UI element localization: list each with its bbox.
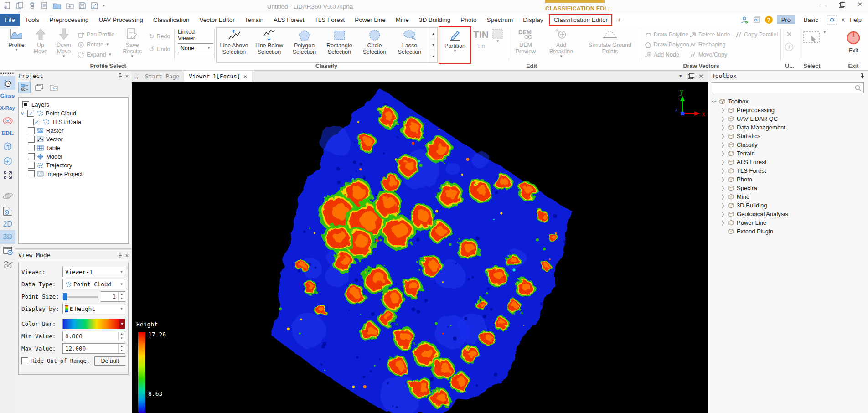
- tab-display[interactable]: Display: [518, 14, 548, 26]
- tree-row-trajectory[interactable]: Trajectory: [20, 161, 127, 170]
- save-results-button[interactable]: Save Results ▼: [119, 28, 145, 58]
- image-stack-icon[interactable]: [753, 16, 761, 24]
- raster-checkbox[interactable]: [28, 127, 35, 134]
- trajectory-checkbox[interactable]: [28, 162, 35, 169]
- close-viewer-icon[interactable]: ✕: [698, 73, 703, 80]
- toolbox-item-photo[interactable]: ❭Photo: [712, 175, 864, 184]
- tree-row-raster[interactable]: Raster: [20, 126, 127, 135]
- viewer-select[interactable]: Viewer-1▼: [62, 267, 125, 277]
- default-button[interactable]: Default: [94, 356, 125, 366]
- chevron-right-icon[interactable]: ❭: [720, 176, 725, 182]
- toolbox-item-spectra[interactable]: ❭Spectra: [712, 184, 864, 192]
- glass-mode-button[interactable]: Glass: [0, 90, 15, 102]
- toolbox-item-mine[interactable]: ❭Mine: [712, 192, 864, 201]
- tree-row-layers[interactable]: Layers: [20, 100, 127, 109]
- tab-classification-editor[interactable]: Classification Editor: [549, 14, 612, 26]
- tin-selection-button[interactable]: ▼: [490, 28, 506, 43]
- scroll-more-button[interactable]: ▼: [429, 51, 437, 62]
- restore-button[interactable]: [839, 3, 844, 8]
- toolbox-item-geological-analysis[interactable]: ❭Geological Analysis: [712, 210, 864, 218]
- license-pro-button[interactable]: Pro: [777, 15, 795, 24]
- tab-terrain[interactable]: Terrain: [240, 14, 269, 26]
- copy-parallel-button[interactable]: Copy Parallel: [735, 30, 778, 40]
- edl-mode-button[interactable]: EDL: [0, 127, 15, 139]
- close-panel-icon[interactable]: ✕: [125, 252, 129, 258]
- clear-selection-icon[interactable]: ✕: [786, 31, 792, 38]
- partition-button[interactable]: Partition ▼: [439, 26, 471, 64]
- tab-list-dropdown-icon[interactable]: ▼: [678, 74, 682, 78]
- draw-polygon-button[interactable]: Draw Polygon: [645, 40, 689, 50]
- toolbox-item-preprocessing[interactable]: ❭Preprocessing: [712, 106, 864, 114]
- help-button[interactable]: Help: [849, 16, 862, 23]
- data-type-select[interactable]: Point Cloud▼: [62, 279, 125, 289]
- pan-profile-button[interactable]: Pan Profile: [78, 30, 114, 40]
- view-2d-button[interactable]: 2D: [0, 218, 15, 230]
- chevron-right-icon[interactable]: ❭: [720, 107, 725, 113]
- lasso-selection-button[interactable]: Lasso Selection: [392, 28, 427, 62]
- collapse-icon[interactable]: ∨: [20, 110, 25, 116]
- rotate-button[interactable]: Rotate▼: [78, 40, 114, 50]
- down-move-button[interactable]: Down Move ▼: [52, 28, 76, 58]
- restore-viewer-icon[interactable]: [688, 74, 693, 79]
- tab-tls-forest[interactable]: TLS Forest: [310, 14, 350, 26]
- delete-node-button[interactable]: Delete Node: [689, 30, 730, 40]
- chevron-right-icon[interactable]: ❭: [720, 159, 725, 165]
- tabbar-drag-handle[interactable]: ⁞⁞: [132, 76, 140, 82]
- display-by-select[interactable]: E Height▼: [62, 304, 125, 314]
- draw-polyline-button[interactable]: Draw Polyline: [645, 30, 689, 40]
- toolbox-search-input[interactable]: [712, 82, 864, 93]
- pin-icon[interactable]: [860, 73, 865, 79]
- spin-up-icon[interactable]: ▲: [119, 292, 125, 297]
- toolbox-item-extend-plugin[interactable]: Extend Plugin: [712, 227, 864, 236]
- save-icon[interactable]: [78, 2, 86, 10]
- close-tab-icon[interactable]: ✕: [243, 73, 247, 80]
- toolbox-root[interactable]: ❭ Toolbox: [712, 97, 864, 106]
- settings-gear-icon[interactable]: ⚙: [827, 15, 837, 25]
- user-account-icon[interactable]: [740, 16, 749, 24]
- point-cloud-checkbox[interactable]: ✓: [27, 110, 34, 117]
- open-folder-icon[interactable]: [53, 2, 61, 10]
- tab-mine[interactable]: Mine: [391, 14, 414, 26]
- spin-up-icon[interactable]: ▲: [119, 332, 125, 336]
- chevron-right-icon[interactable]: ❭: [720, 168, 725, 174]
- statistics-folder-button[interactable]: [47, 82, 60, 93]
- tab-vector-editor[interactable]: Vector Editor: [194, 14, 239, 26]
- view-3d-button[interactable]: 3D: [0, 230, 15, 244]
- tab-classification[interactable]: Classification: [148, 14, 195, 26]
- point-cloud-color-tool[interactable]: [0, 76, 15, 90]
- toolbox-item-3d-building[interactable]: ❭3D Building: [712, 201, 864, 210]
- vector-checkbox[interactable]: [28, 136, 35, 143]
- add-folder-icon[interactable]: [66, 2, 74, 10]
- polygon-selection-button[interactable]: Polygon Selection: [287, 28, 322, 62]
- redo-button[interactable]: ↻ Redo: [149, 31, 170, 41]
- tree-row-table[interactable]: Table: [20, 144, 127, 152]
- add-tab-button[interactable]: +: [613, 14, 626, 26]
- rectangle-selection-button[interactable]: Rectangle Selection: [322, 28, 357, 62]
- up-move-button[interactable]: Up Move: [30, 28, 51, 55]
- new-viewer-tool[interactable]: [0, 244, 15, 258]
- tab-power-line[interactable]: Power Line: [350, 14, 391, 26]
- spin-up-icon[interactable]: ▲: [119, 344, 125, 349]
- layers-checkbox[interactable]: [22, 101, 29, 108]
- cube-add-tool[interactable]: [0, 154, 15, 168]
- color-bar-select[interactable]: ▼: [62, 319, 125, 329]
- edit-file-icon[interactable]: [41, 2, 48, 10]
- close-panel-icon[interactable]: ✕: [125, 73, 129, 79]
- expand-button[interactable]: Expand▼: [78, 50, 114, 60]
- toolbox-item-uav-lidar-qc[interactable]: ❭UAV LiDAR QC: [712, 114, 864, 123]
- max-value-stepper[interactable]: 12.000 ▲▼: [62, 343, 125, 354]
- scroll-down-button[interactable]: ▼: [429, 39, 437, 51]
- linked-viewer-select[interactable]: None▼: [178, 43, 213, 53]
- tree-row-model[interactable]: Model: [20, 152, 127, 161]
- collapse-ribbon-icon[interactable]: ∧: [841, 16, 846, 23]
- quick-access-more-icon[interactable]: ▾: [103, 4, 105, 8]
- point-settings-tool[interactable]: [0, 204, 15, 218]
- save-edit-icon[interactable]: [91, 2, 98, 10]
- undo-button[interactable]: ↺ Undo: [149, 44, 170, 54]
- viewer-canvas[interactable]: Height 17.26 8.63 y x z: [132, 82, 708, 413]
- exit-button[interactable]: Exit: [842, 29, 864, 54]
- close-button[interactable]: ✕: [858, 1, 863, 8]
- profile-button[interactable]: Profile ▼: [4, 28, 29, 52]
- reshaping-button[interactable]: Reshaping: [689, 40, 730, 50]
- layer-tree-view-button[interactable]: [18, 82, 31, 93]
